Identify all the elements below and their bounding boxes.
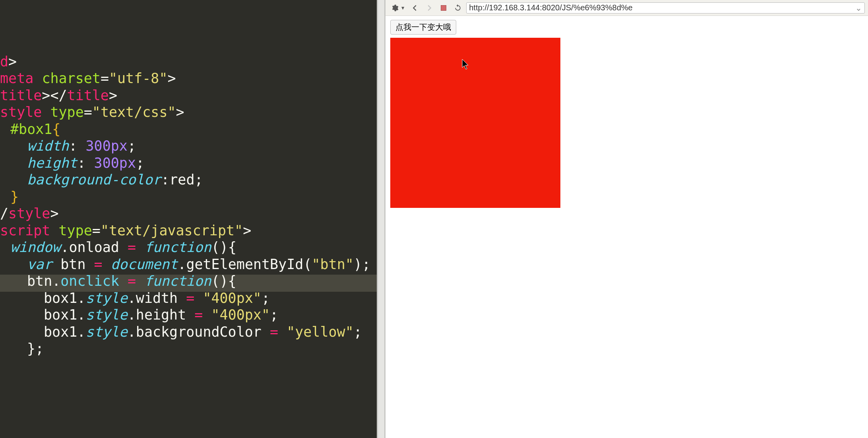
browser-toolbar: ▼ http://192.168.3.144:8020/JS/%e6%93%8d…: [386, 0, 868, 16]
stop-icon: [441, 5, 446, 11]
red-box: [390, 38, 560, 208]
pane-splitter[interactable]: [377, 0, 386, 438]
dropdown-icon: ▼: [401, 5, 404, 11]
code-content: d>meta charset="utf-8">title></title>sty…: [0, 53, 377, 357]
rendered-page: 点我一下变大哦: [386, 16, 868, 438]
reload-button[interactable]: [452, 2, 464, 14]
gear-icon: [389, 2, 401, 14]
browser-preview-pane: ▼ http://192.168.3.144:8020/JS/%e6%93%8d…: [386, 0, 868, 438]
url-text: http://192.168.3.144:8020/JS/%e6%93%8d%e: [469, 3, 632, 12]
back-button[interactable]: [409, 2, 421, 14]
enlarge-button[interactable]: 点我一下变大哦: [390, 20, 456, 35]
url-bar[interactable]: http://192.168.3.144:8020/JS/%e6%93%8d%e…: [466, 2, 865, 14]
settings-menu[interactable]: ▼: [389, 2, 404, 14]
stop-button[interactable]: [438, 2, 450, 14]
forward-button[interactable]: [423, 2, 435, 14]
chevron-down-icon: ⌄: [853, 3, 862, 13]
code-editor[interactable]: d>meta charset="utf-8">title></title>sty…: [0, 0, 377, 438]
